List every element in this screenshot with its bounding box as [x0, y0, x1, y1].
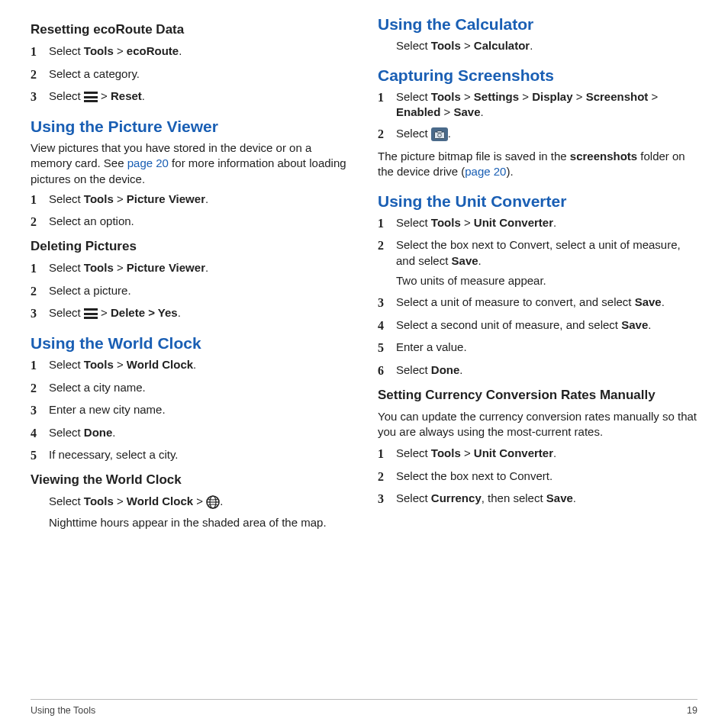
step: 1 Select Tools > Picture Viewer. — [31, 260, 350, 277]
step-text: If necessary, select a city. — [49, 447, 350, 462]
manual-page: Resetting ecoRoute Data 1 Select Tools >… — [0, 0, 728, 728]
text: > — [114, 261, 127, 274]
step: 3 Select Currency, then select Save. — [378, 491, 697, 507]
steps-currency-manual: 1 Select Tools > Unit Converter. 2Select… — [378, 446, 697, 507]
intro-text: You can update the currency conversion r… — [378, 409, 697, 440]
bold: Tools — [84, 494, 114, 507]
text: > — [98, 89, 111, 102]
text: . — [553, 216, 556, 229]
bold: Delete > Yes — [111, 306, 178, 319]
bold: World Clock — [127, 494, 193, 507]
step: 2 Select . — [378, 126, 697, 143]
text: Two units of measure appear. — [396, 274, 546, 287]
text: , then select — [482, 491, 546, 504]
step: 2 Select the box next to Convert, select… — [378, 237, 697, 288]
page-footer: Using the Tools 19 — [31, 699, 697, 717]
step: 3Enter a new city name. — [31, 402, 350, 419]
step-text: Select Tools > Unit Converter. — [396, 215, 697, 230]
step: 1 Select Tools > Settings > Display > Sc… — [378, 89, 697, 121]
bold: screenshots — [570, 150, 637, 163]
view-world-clock-body: Select Tools > World Clock > . Nighttime… — [49, 494, 350, 531]
step-number: 1 — [378, 89, 396, 106]
bold: Screenshot — [586, 90, 649, 103]
text: . — [459, 363, 462, 376]
bold: Save — [635, 295, 662, 308]
page-link[interactable]: page 20 — [465, 165, 506, 178]
steps-reset-ecoroute: 1 Select Tools > ecoRoute. 2 Select a ca… — [31, 43, 350, 105]
footer-page-number: 19 — [687, 704, 697, 717]
step-number: 2 — [31, 66, 49, 83]
step-text: Select the box next to Convert, select a… — [396, 237, 697, 288]
step: 1 Select Tools > World Clock. — [31, 357, 350, 374]
text: . — [179, 44, 182, 57]
text: Select — [49, 358, 84, 371]
step-text: Select a city name. — [49, 380, 350, 395]
heading-deleting-pictures: Deleting Pictures — [31, 238, 350, 256]
bold: Picture Viewer — [127, 261, 205, 274]
step-text: Select Done. — [49, 425, 350, 440]
step-number: 2 — [31, 283, 49, 300]
bold: Display — [532, 90, 572, 103]
steps-world-clock: 1 Select Tools > World Clock. 2Select a … — [31, 357, 350, 464]
bold: Reset — [111, 89, 142, 102]
text: . — [448, 127, 451, 140]
steps-deleting-pictures: 1 Select Tools > Picture Viewer. 2 Selec… — [31, 260, 350, 322]
text: . — [530, 39, 533, 52]
bold: Tools — [84, 358, 114, 371]
step-number: 2 — [31, 214, 49, 230]
instruction-line: Select Tools > World Clock > . — [49, 494, 350, 509]
step-number: 2 — [378, 237, 396, 254]
step: 1 Select Tools > ecoRoute. — [31, 43, 350, 60]
steps-picture-viewer: 1 Select Tools > Picture Viewer. 2 Selec… — [31, 192, 350, 230]
step-number: 3 — [31, 305, 49, 322]
bold: Currency — [431, 491, 482, 504]
note-text: Nighttime hours appear in the shaded are… — [49, 515, 350, 530]
heading-viewing-world-clock: Viewing the World Clock — [31, 472, 350, 489]
bold: Calculator — [474, 39, 530, 52]
text: Select — [49, 306, 84, 319]
page-link[interactable]: page 20 — [127, 156, 169, 169]
text: . — [193, 358, 196, 371]
step-number: 2 — [31, 380, 49, 397]
step: 1 Select Tools > Unit Converter. — [378, 446, 697, 462]
text: Select — [396, 39, 431, 52]
globe-icon — [206, 495, 220, 509]
text: > — [648, 90, 658, 103]
bold: Enabled — [396, 105, 440, 118]
heading-screenshots: Capturing Screenshots — [378, 65, 697, 86]
step: 2Select the box next to Convert. — [378, 469, 697, 485]
step-number: 5 — [378, 340, 396, 356]
step: 5If necessary, select a city. — [31, 447, 350, 464]
text: Select a second unit of measure, and sel… — [396, 318, 621, 331]
text: Select — [49, 44, 84, 57]
right-column: Using the Calculator Select Tools > Calc… — [378, 14, 697, 536]
step-number: 4 — [31, 425, 49, 442]
step-text: Select Tools > Picture Viewer. — [49, 192, 350, 207]
step: 5Enter a value. — [378, 340, 697, 356]
steps-screenshots: 1 Select Tools > Settings > Display > Sc… — [378, 89, 697, 143]
step: 2 Select an option. — [31, 214, 350, 230]
step-number: 2 — [378, 126, 396, 143]
step-text: Select > Reset. — [49, 89, 350, 104]
step-text: Enter a new city name. — [49, 402, 350, 417]
step-text: Select Tools > Settings > Display > Scre… — [396, 89, 697, 121]
heading-currency-manual: Setting Currency Conversion Rates Manual… — [378, 387, 697, 404]
text: > — [98, 306, 111, 319]
bold: World Clock — [127, 358, 193, 371]
bold: Settings — [474, 90, 519, 103]
bold: Unit Converter — [474, 216, 553, 229]
text: . — [481, 105, 484, 118]
step-text: Select Currency, then select Save. — [396, 491, 697, 506]
step-number: 1 — [31, 192, 49, 208]
bold: Save — [452, 254, 478, 267]
menu-icon — [84, 92, 98, 102]
text: Select — [396, 491, 431, 504]
text: . — [205, 261, 208, 274]
bold: ecoRoute — [127, 44, 179, 57]
bold: Tools — [431, 216, 461, 229]
bold: Tools — [431, 446, 461, 459]
step-text: Select Tools > Picture Viewer. — [49, 260, 350, 275]
heading-calculator: Using the Calculator — [378, 14, 697, 35]
bold: Done — [84, 426, 113, 439]
heading-world-clock: Using the World Clock — [31, 333, 350, 354]
